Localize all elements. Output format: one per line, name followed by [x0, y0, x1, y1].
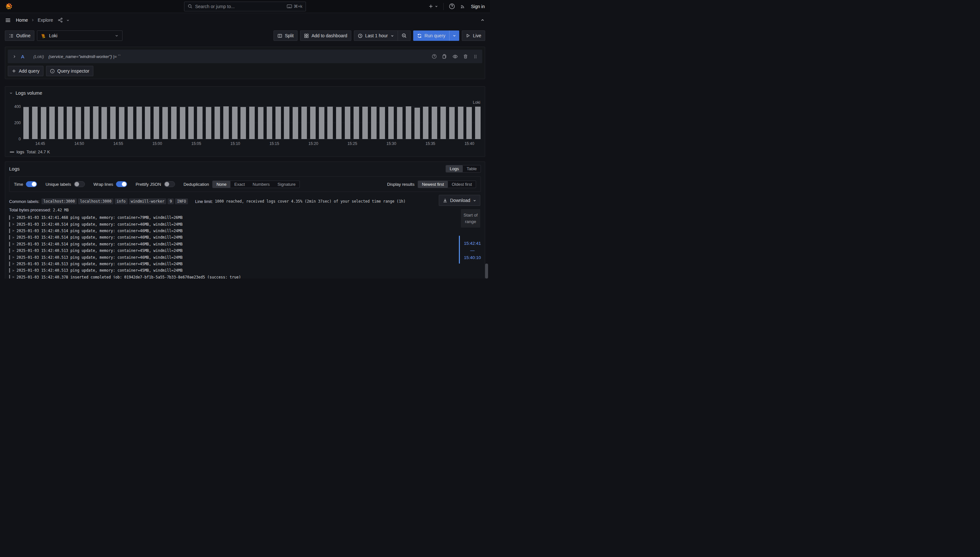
news-rss-icon[interactable] — [460, 3, 466, 9]
logs-volume-title: Logs volume — [16, 90, 42, 96]
log-level-bar — [9, 228, 10, 233]
search-icon — [188, 4, 192, 9]
bar-series — [23, 106, 481, 139]
volume-bar — [215, 107, 220, 139]
toggle-switch-wrap-lines[interactable] — [116, 181, 127, 187]
help-icon[interactable] — [449, 3, 455, 10]
volume-bar — [327, 107, 333, 139]
zoom-out-icon — [401, 33, 407, 38]
log-row[interactable]: >2025-01-03 15:42:40.514 ping update, me… — [9, 234, 481, 241]
run-query-options-button[interactable] — [449, 31, 459, 41]
trash-icon[interactable] — [463, 54, 468, 59]
add-query-button[interactable]: Add query — [8, 66, 44, 76]
query-ref-id[interactable]: A — [21, 54, 24, 59]
chevron-right-icon[interactable] — [12, 54, 16, 59]
volume-bar — [163, 107, 168, 139]
dedup-option-signature[interactable]: Signature — [273, 181, 299, 188]
view-mode-logs[interactable]: Logs — [446, 165, 463, 172]
dedup-option-exact[interactable]: Exact — [231, 181, 249, 188]
time-range-button[interactable]: Last 1 hour — [354, 31, 398, 41]
eye-icon[interactable] — [452, 54, 458, 59]
x-axis-tick: 14:50 — [74, 142, 84, 146]
add-to-dashboard-button[interactable]: Add to dashboard — [300, 31, 351, 41]
common-label-badge: INFO — [175, 199, 188, 204]
dedup-option-none[interactable]: None — [213, 181, 231, 188]
x-axis-tick: 15:35 — [426, 142, 435, 146]
datasource-picker[interactable]: Loki — [37, 31, 122, 41]
chevron-up-icon[interactable] — [480, 18, 485, 22]
log-level-bar — [9, 215, 10, 220]
volume-bar — [188, 107, 194, 139]
breadcrumb-bar: Home Explore — [0, 13, 490, 27]
log-row[interactable]: >2025-01-03 15:42:41.468 ping update, me… — [9, 214, 481, 221]
query-help-icon[interactable] — [432, 54, 437, 59]
x-axis-tick: 15:15 — [269, 142, 279, 146]
breadcrumb-home[interactable]: Home — [16, 18, 28, 23]
display-option-oldest-first[interactable]: Oldest first — [448, 181, 476, 188]
query-inspector-button[interactable]: Query inspector — [46, 66, 93, 76]
download-button[interactable]: Download — [439, 195, 480, 206]
log-row[interactable]: >2025-01-03 15:42:40.513 ping update, me… — [9, 254, 481, 261]
volume-bar — [432, 107, 437, 139]
expand-chevron-icon: > — [12, 242, 14, 246]
common-label-badge: localhost:3000 — [78, 199, 114, 204]
chevron-down-icon[interactable] — [66, 18, 70, 22]
scrollbar-thumb[interactable] — [485, 264, 488, 278]
split-button[interactable]: Split — [273, 31, 297, 41]
volume-bar — [362, 107, 368, 139]
drag-handle-icon[interactable] — [473, 54, 478, 59]
log-row[interactable]: >2025-01-03 15:42:40.513 ping update, me… — [9, 267, 481, 274]
dedup-option-numbers[interactable]: Numbers — [249, 181, 274, 188]
log-row[interactable]: >2025-01-03 15:42:40.513 ping update, me… — [9, 248, 481, 254]
datasource-label: Loki — [49, 33, 57, 38]
start-of-range-button[interactable]: Start of range — [461, 209, 480, 228]
expand-chevron-icon: > — [12, 249, 14, 252]
log-row[interactable]: >2025-01-03 15:42:40.513 ping update, me… — [9, 261, 481, 267]
keyboard-icon — [287, 4, 292, 8]
volume-bar — [58, 107, 63, 139]
x-axis-tick: 15:05 — [192, 142, 201, 146]
logs-volume-header[interactable]: Logs volume — [9, 89, 481, 97]
zoom-out-time-button[interactable] — [398, 31, 410, 41]
grafana-logo-icon[interactable] — [5, 3, 13, 10]
sync-icon — [417, 33, 422, 38]
breadcrumb-explore[interactable]: Explore — [37, 18, 53, 23]
log-row[interactable]: >2025-01-03 15:42:40.514 ping update, me… — [9, 241, 481, 248]
toggle-switch-unique-labels[interactable] — [74, 181, 85, 187]
live-button[interactable]: Live — [462, 31, 485, 41]
display-option-newest-first[interactable]: Newest first — [418, 181, 448, 188]
x-axis-tick: 15:25 — [348, 142, 357, 146]
logs-panel: Logs LogsTable TimeUnique labelsWrap lin… — [5, 161, 485, 278]
log-row[interactable]: >2025-01-03 15:42:40.514 ping update, me… — [9, 221, 481, 227]
volume-bar — [197, 107, 203, 139]
logs-title: Logs — [9, 166, 20, 171]
range-from-time[interactable]: 15:42:41 — [464, 241, 481, 246]
run-query-button[interactable]: Run query — [413, 31, 450, 41]
volume-bar — [241, 107, 246, 139]
query-row-actions — [432, 54, 478, 59]
log-line-text: 2025-01-03 15:42:40.514 ping update, mem… — [16, 222, 182, 226]
share-icon[interactable] — [58, 18, 63, 23]
legend-series-name[interactable]: logs — [16, 150, 24, 154]
volume-bar — [319, 107, 324, 139]
outline-button[interactable]: Outline — [5, 31, 34, 41]
expand-chevron-icon: > — [12, 216, 14, 220]
copy-icon[interactable] — [442, 54, 447, 59]
log-row[interactable]: >2025-01-03 15:42:40.514 ping update, me… — [9, 228, 481, 234]
toggle-switch-time[interactable] — [26, 181, 37, 187]
log-row[interactable]: >2025-01-03 15:42:40.378 inserted comple… — [9, 274, 481, 278]
search-input[interactable]: Search or jump to... ⌘+k — [184, 2, 306, 11]
toggle-switch-prettify-json[interactable] — [164, 181, 175, 187]
menu-icon[interactable] — [5, 18, 11, 23]
shortcut-text: ⌘+k — [294, 4, 302, 9]
volume-bar — [75, 107, 81, 139]
view-mode-table[interactable]: Table — [463, 165, 481, 172]
chart-series-label: Loki — [473, 100, 480, 105]
range-to-time[interactable]: 15:40:10 — [464, 255, 481, 260]
sign-in-link[interactable]: Sign in — [471, 4, 485, 9]
new-menu-button[interactable] — [428, 4, 438, 9]
deduplication-label: Deduplication — [184, 182, 209, 187]
query-expression[interactable]: {service_name="windmill-worker"} |= `` — [49, 54, 121, 59]
deduplication-options: NoneExactNumbersSignature — [212, 181, 300, 188]
logs-controls-bar: TimeUnique labelsWrap linesPrettify JSON… — [9, 176, 481, 192]
